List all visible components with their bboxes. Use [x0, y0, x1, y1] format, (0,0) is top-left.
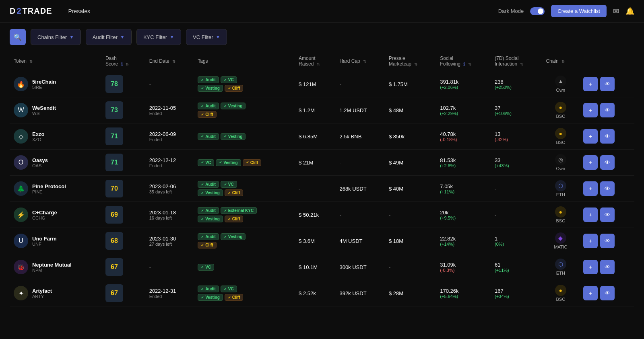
actions-cell: + 👁 [579, 97, 634, 123]
view-button[interactable]: 👁 [600, 181, 615, 196]
social-interaction-cell: - [491, 202, 542, 228]
amount-raised-value: $ 3.6M [299, 238, 315, 244]
token-name: Artyfact [32, 288, 52, 294]
col-dash-score[interactable]: DashScore ℹ ⇅ [101, 51, 145, 71]
audit-filter-label: Audit Filter [93, 34, 118, 40]
score-badge: 67 [105, 258, 123, 276]
token-symbol: CCHG [32, 216, 57, 220]
tag: ✓Vesting [198, 216, 223, 222]
table-row: 🌲 Pine Protocol PINE 70 2023-02-06 35 da… [10, 176, 634, 202]
social-following-change: (+2.29%) [440, 111, 487, 116]
table-row: ⚡ C+Charge CCHG 69 2023-01-18 16 days le… [10, 202, 634, 228]
view-button[interactable]: 👁 [600, 286, 615, 300]
social-interaction-cell: - [491, 176, 542, 202]
actions-cell: + 👁 [579, 228, 634, 254]
create-watchlist-button[interactable]: Create a Watchlist [551, 5, 607, 17]
end-date-cell: 2022-06-09 Ended [145, 123, 194, 150]
view-button[interactable]: 👁 [600, 260, 615, 274]
tag: ✓VC [221, 76, 237, 83]
add-to-watchlist-button[interactable]: + [583, 77, 598, 91]
token-cell: O Oasys OAS [10, 150, 101, 176]
amount-raised-value: $ 121M [299, 81, 316, 87]
chains-filter-button[interactable]: Chains Filter ▼ [31, 29, 81, 45]
token-symbol: OAS [32, 163, 48, 168]
presale-marketcap-value: $ 48M [389, 107, 403, 113]
hard-cap-cell: 4M USDT [335, 228, 385, 254]
token-icon: 🌲 [14, 181, 28, 196]
kyc-filter-button[interactable]: KYC Filter ▼ [136, 29, 181, 45]
amount-raised-value: $ 6.85M [299, 134, 318, 140]
social-following-change: (+11%) [440, 189, 487, 194]
social-interaction-value: 1 [495, 236, 538, 242]
score-cell: 67 [101, 280, 145, 306]
table-row: 🐞 Neptune Mutual NPM 67-✓VC$ 10.1M300k U… [10, 254, 634, 280]
view-button[interactable]: 👁 [600, 155, 615, 170]
add-to-watchlist-button[interactable]: + [583, 155, 598, 170]
amount-raised-value: $ 1.2M [299, 107, 315, 113]
score-badge: 69 [105, 206, 123, 224]
end-date-cell: - [145, 71, 194, 97]
score-badge: 71 [105, 154, 123, 171]
mail-icon[interactable]: ✉ [613, 7, 619, 16]
tag: ✓Audit [198, 286, 219, 292]
add-to-watchlist-button[interactable]: + [583, 103, 598, 117]
audit-filter-button[interactable]: Audit Filter ▼ [86, 29, 132, 45]
social-following-value: 31.09k [440, 262, 487, 268]
view-button[interactable]: 👁 [600, 77, 615, 91]
sort-icon: ⇅ [29, 59, 33, 64]
view-button[interactable]: 👁 [600, 129, 615, 144]
view-button[interactable]: 👁 [600, 208, 615, 222]
add-to-watchlist-button[interactable]: + [583, 260, 598, 274]
presale-marketcap-cell: $ 49M [385, 150, 436, 176]
score-badge: 73 [105, 101, 123, 119]
tag: ✓Audit [198, 181, 219, 188]
social-following-change: (+14%) [440, 242, 487, 247]
col-end-date[interactable]: End Date ⇅ [145, 51, 194, 71]
search-button[interactable]: 🔍 [10, 29, 26, 45]
col-social-following[interactable]: SocialFollowing ℹ ⇅ [436, 51, 491, 71]
bell-icon[interactable]: 🔔 [625, 7, 634, 16]
token-cell: 🔥 5ireChain 5IRE [10, 71, 101, 97]
chain-label: BSC [556, 297, 566, 302]
token-icon: 🐞 [14, 260, 28, 274]
col-amount-raised[interactable]: AmountRaised ⇅ [295, 51, 335, 71]
tag: ✓Cliff [225, 294, 243, 301]
add-to-watchlist-button[interactable]: + [583, 181, 598, 196]
token-symbol: UNF [32, 242, 57, 247]
social-following-cell: 81.53k (+2.6%) [436, 150, 491, 176]
tags-cell: ✓VC [194, 254, 295, 280]
vc-filter-button[interactable]: VC Filter ▼ [186, 29, 227, 45]
view-button[interactable]: 👁 [600, 103, 615, 117]
amount-raised-value: - [299, 186, 300, 192]
end-date-value: 2023-01-18 16 days left [149, 210, 190, 220]
table-row: 🔥 5ireChain 5IRE 78-✓Audit✓VC✓Vesting✓Cl… [10, 71, 634, 97]
chain-cell: ⬡ ETH [542, 254, 579, 280]
tag: ✓Vesting [216, 159, 241, 166]
dark-mode-toggle[interactable] [530, 7, 545, 15]
end-date-cell: 2023-01-30 27 days left [145, 228, 194, 254]
col-hard-cap[interactable]: Hard Cap ⇅ [335, 51, 385, 71]
add-to-watchlist-button[interactable]: + [583, 234, 598, 248]
token-icon: U [14, 234, 28, 248]
col-token[interactable]: Token ⇅ [10, 51, 101, 71]
table-row: W WeSendit WSI 73 2022-11-05 Ended ✓Audi… [10, 97, 634, 123]
tags-cell: ✓VC✓Vesting✓Cliff [194, 150, 295, 176]
add-to-watchlist-button[interactable]: + [583, 208, 598, 222]
social-following-cell: 391.81k (+2.06%) [436, 71, 491, 97]
nav-presales[interactable]: Presales [68, 8, 90, 14]
token-name: WeSendit [32, 105, 56, 111]
view-button[interactable]: 👁 [600, 234, 615, 248]
col-chain[interactable]: Chain ⇅ [542, 51, 579, 71]
add-to-watchlist-button[interactable]: + [583, 286, 598, 300]
tag: ✓Cliff [243, 159, 261, 166]
social-following-change: (+2.6%) [440, 163, 487, 168]
col-tags: Tags [194, 51, 295, 71]
table-row: U Uno Farm UNF 68 2023-01-30 27 days lef… [10, 228, 634, 254]
end-date-value: - [149, 264, 151, 270]
actions-cell: + 👁 [579, 280, 634, 306]
col-presale-marketcap[interactable]: PresaleMarketcap ⇅ [385, 51, 436, 71]
add-to-watchlist-button[interactable]: + [583, 129, 598, 144]
presale-marketcap-cell: $ 18M [385, 228, 436, 254]
col-actions [579, 51, 634, 71]
col-social-interaction[interactable]: (7D) SocialInteraction ⇅ [491, 51, 542, 71]
